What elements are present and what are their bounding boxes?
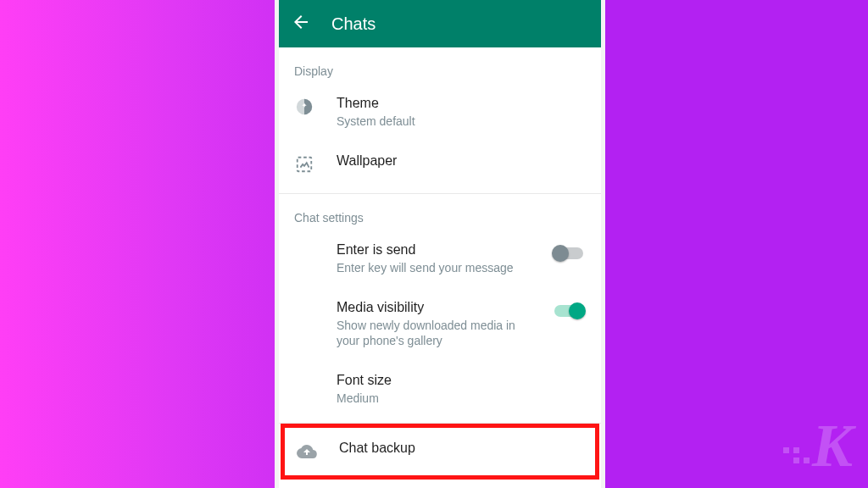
setting-enter-is-send[interactable]: Enter is send Enter key will send your m…: [279, 230, 601, 287]
section-header-chat-settings: Chat settings: [279, 194, 601, 230]
icon-placeholder: [294, 374, 314, 394]
setting-value: Medium: [337, 391, 586, 406]
watermark-logo: K: [812, 411, 849, 481]
setting-label: Enter is send: [337, 241, 530, 258]
toggle-media-visibility[interactable]: [552, 301, 586, 321]
phone-screen: Chats Display Theme System default Wallp…: [275, 0, 605, 488]
setting-label: Font size: [337, 372, 586, 389]
setting-font-size[interactable]: Font size Medium: [279, 360, 601, 418]
setting-label: Media visibility: [337, 299, 530, 316]
wallpaper-icon: [294, 154, 314, 175]
back-arrow-icon[interactable]: [291, 12, 311, 36]
svg-rect-0: [298, 158, 312, 172]
toggle-enter-is-send[interactable]: [552, 243, 586, 263]
setting-desc: Enter key will send your message: [337, 260, 530, 275]
cloud-backup-icon: [297, 441, 317, 462]
setting-label: Theme: [337, 95, 586, 112]
setting-theme[interactable]: Theme System default: [279, 83, 601, 141]
page-title: Chats: [331, 14, 376, 34]
icon-placeholder: [294, 301, 314, 321]
settings-content: Display Theme System default Wallpaper C…: [279, 47, 601, 488]
app-bar: Chats: [279, 0, 601, 47]
icon-placeholder: [294, 243, 314, 263]
highlight-annotation: Chat backup: [281, 424, 599, 480]
setting-chat-backup[interactable]: Chat backup: [285, 428, 595, 475]
setting-desc: Show newly downloaded media in your phon…: [337, 318, 530, 348]
setting-media-visibility[interactable]: Media visibility Show newly downloaded m…: [279, 287, 601, 360]
section-header-display: Display: [279, 47, 601, 83]
setting-label: Wallpaper: [337, 152, 586, 169]
setting-value: System default: [337, 114, 586, 129]
setting-wallpaper[interactable]: Wallpaper: [279, 141, 601, 188]
theme-icon: [294, 97, 314, 117]
setting-label: Chat backup: [339, 440, 583, 457]
